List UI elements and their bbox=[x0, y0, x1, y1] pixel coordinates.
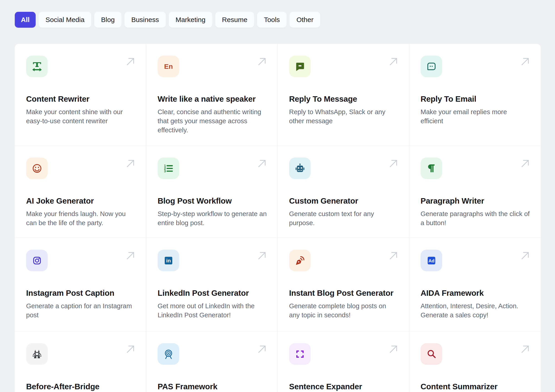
tool-card-write-like-a-native-speaker[interactable]: En Write like a native speaker Clear, co… bbox=[146, 44, 278, 146]
open-arrow-icon[interactable] bbox=[257, 251, 267, 261]
open-arrow-icon[interactable] bbox=[125, 251, 136, 261]
chat-bubble-icon bbox=[289, 56, 311, 77]
tool-card-paragraph-writer[interactable]: Paragraph Writer Generate paragraphs wit… bbox=[409, 146, 541, 238]
tool-card-blog-post-workflow[interactable]: 123 Blog Post Workflow Step-by-step work… bbox=[146, 146, 278, 238]
tool-title: Content Summarizer bbox=[421, 382, 530, 391]
filter-pill-all[interactable]: All bbox=[15, 12, 36, 28]
svg-text:En: En bbox=[164, 63, 173, 70]
tool-card-linkedin-post-generator[interactable]: in LinkedIn Post Generator Get more out … bbox=[146, 238, 278, 331]
open-arrow-icon[interactable] bbox=[388, 159, 399, 169]
open-arrow-icon[interactable] bbox=[257, 344, 267, 355]
tool-card-instagram-post-caption[interactable]: Instagram Post Caption Generate a captio… bbox=[15, 238, 146, 331]
chat-dots-icon bbox=[421, 56, 442, 77]
tool-description: Get more out of LinkedIn with the Linked… bbox=[158, 301, 267, 319]
tool-card-instant-blog-post-generator[interactable]: Instant Blog Post Generator Generate com… bbox=[278, 238, 409, 331]
open-arrow-icon[interactable] bbox=[125, 57, 136, 67]
open-arrow-icon[interactable] bbox=[125, 344, 136, 355]
open-arrow-icon[interactable] bbox=[520, 57, 530, 67]
tool-title: AI Joke Generator bbox=[26, 196, 136, 205]
smiley-icon bbox=[26, 158, 48, 179]
filter-pill-label: All bbox=[21, 16, 29, 23]
open-arrow-icon[interactable] bbox=[388, 57, 399, 67]
tool-description: Attention, Interest, Desire, Action. Gen… bbox=[421, 301, 530, 319]
tool-title: Sentence Expander bbox=[289, 382, 399, 391]
tool-description: Clear, concise and authentic writing tha… bbox=[158, 107, 267, 135]
tool-card-reply-to-message[interactable]: Reply To Message Reply to WhatsApp, Slac… bbox=[278, 44, 409, 146]
tool-description: Generate custom text for any purpose. bbox=[289, 209, 398, 227]
english-en-icon: En bbox=[158, 56, 179, 77]
tool-title: LinkedIn Post Generator bbox=[158, 289, 267, 298]
open-arrow-icon[interactable] bbox=[257, 57, 267, 67]
filter-pill-label: Tools bbox=[264, 16, 280, 23]
ad-icon: Ad bbox=[421, 250, 442, 271]
tool-title: Reply To Email bbox=[421, 94, 530, 103]
tool-description: Reply to WhatsApp, Slack or any other me… bbox=[289, 107, 398, 125]
open-arrow-icon[interactable] bbox=[257, 159, 267, 169]
tool-description: Generate a caption for an Instagram post bbox=[26, 301, 135, 319]
filter-pill-label: Blog bbox=[101, 16, 115, 23]
category-filter-bar: AllSocial MediaBlogBusinessMarketingResu… bbox=[15, 12, 320, 28]
tool-description: Make your friends laugh. Now you can be … bbox=[26, 209, 135, 227]
filter-pill-label: Marketing bbox=[175, 16, 205, 23]
tool-title: Instagram Post Caption bbox=[26, 289, 136, 298]
filter-pill-resume[interactable]: Resume bbox=[215, 12, 254, 28]
linkedin-icon: in bbox=[158, 250, 179, 271]
open-arrow-icon[interactable] bbox=[520, 159, 530, 169]
svg-text:in: in bbox=[166, 258, 171, 263]
tool-description: Step-by-step workflow to generate an ent… bbox=[158, 209, 267, 227]
tool-description: Generate paragraphs with the click of a … bbox=[421, 209, 530, 227]
tool-title: PAS Framework bbox=[158, 382, 267, 391]
magnifier-icon bbox=[421, 343, 442, 365]
instagram-icon bbox=[26, 250, 48, 271]
bridge-icon bbox=[26, 343, 48, 365]
tools-grid: Content Rewriter Make your content shine… bbox=[15, 44, 541, 392]
tool-title: Custom Generator bbox=[289, 196, 399, 205]
tool-description: Make your email replies more efficient bbox=[421, 107, 530, 125]
svg-text:3: 3 bbox=[164, 169, 166, 173]
filter-pill-label: Social Media bbox=[45, 16, 84, 23]
open-arrow-icon[interactable] bbox=[388, 251, 399, 261]
tool-title: AIDA Framework bbox=[421, 289, 530, 298]
tool-title: Blog Post Workflow bbox=[158, 196, 267, 205]
tool-card-sentence-expander[interactable]: Sentence Expander bbox=[278, 331, 409, 392]
filter-pill-label: Resume bbox=[222, 16, 248, 23]
filter-pill-label: Business bbox=[131, 16, 159, 23]
open-arrow-icon[interactable] bbox=[520, 251, 530, 261]
tool-card-aida-framework[interactable]: Ad AIDA Framework Attention, Interest, D… bbox=[409, 238, 541, 331]
tool-description: Generate complete blog posts on any topi… bbox=[289, 301, 398, 319]
filter-pill-social-media[interactable]: Social Media bbox=[39, 12, 91, 28]
tool-card-pas-framework[interactable]: PAS Framework bbox=[146, 331, 278, 392]
text-width-icon bbox=[26, 56, 48, 77]
tool-title: Paragraph Writer bbox=[421, 196, 530, 205]
target-icon bbox=[158, 343, 179, 365]
tool-card-content-rewriter[interactable]: Content Rewriter Make your content shine… bbox=[15, 44, 146, 146]
tool-card-before-after-bridge[interactable]: Before-After-Bridge bbox=[15, 331, 146, 392]
pen-signal-icon bbox=[289, 250, 311, 271]
filter-pill-business[interactable]: Business bbox=[124, 12, 166, 28]
tool-card-reply-to-email[interactable]: Reply To Email Make your email replies m… bbox=[409, 44, 541, 146]
tool-card-custom-generator[interactable]: Custom Generator Generate custom text fo… bbox=[278, 146, 409, 238]
open-arrow-icon[interactable] bbox=[125, 159, 136, 169]
tool-title: Write like a native speaker bbox=[158, 94, 267, 103]
expand-icon bbox=[289, 343, 311, 365]
tool-title: Reply To Message bbox=[289, 94, 399, 103]
svg-text:Ad: Ad bbox=[428, 258, 434, 263]
open-arrow-icon[interactable] bbox=[520, 344, 530, 355]
filter-pill-label: Other bbox=[296, 16, 313, 23]
pilcrow-icon bbox=[421, 158, 442, 179]
tool-title: Content Rewriter bbox=[26, 94, 136, 103]
tool-card-content-summarizer[interactable]: Content Summarizer bbox=[409, 331, 541, 392]
tool-description: Make your content shine with our easy-to… bbox=[26, 107, 135, 125]
filter-pill-tools[interactable]: Tools bbox=[257, 12, 287, 28]
filter-pill-other[interactable]: Other bbox=[290, 12, 320, 28]
open-arrow-icon[interactable] bbox=[388, 344, 399, 355]
robot-icon bbox=[289, 158, 311, 179]
tool-title: Instant Blog Post Generator bbox=[289, 289, 399, 298]
tool-title: Before-After-Bridge bbox=[26, 382, 136, 391]
numbered-list-icon: 123 bbox=[158, 158, 179, 179]
filter-pill-marketing[interactable]: Marketing bbox=[169, 12, 212, 28]
tool-card-ai-joke-generator[interactable]: AI Joke Generator Make your friends laug… bbox=[15, 146, 146, 238]
filter-pill-blog[interactable]: Blog bbox=[94, 12, 122, 28]
